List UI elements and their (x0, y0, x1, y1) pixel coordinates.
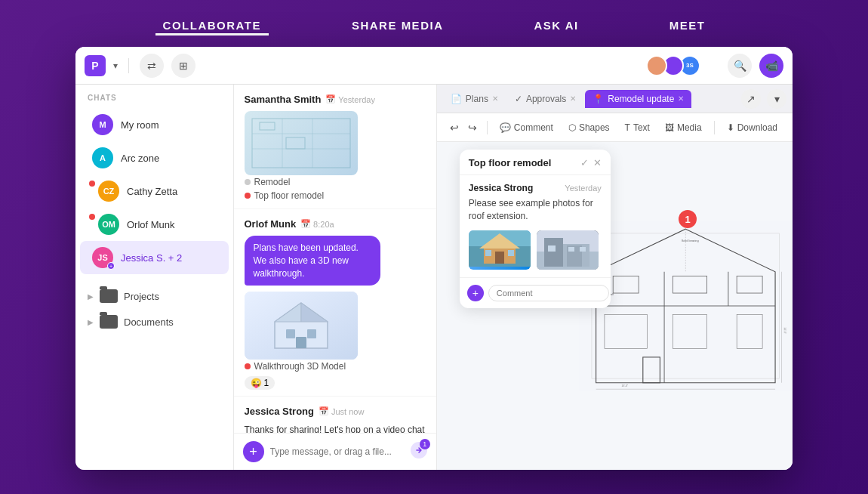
switch-icon[interactable]: ⇄ (140, 54, 164, 78)
chat-messages-list: Samantha Smith 📅 Yesterday (234, 85, 436, 433)
whiteboard-canvas[interactable]: 8" Con. Block wall Solid bearing 16'-0" … (437, 142, 793, 470)
online-dot-cathy (89, 181, 95, 187)
chat-message-orlof: Orlof Munk 📅 8:20a Plans have been updat… (234, 209, 436, 397)
tab-plans[interactable]: 📄 Plans ✕ (443, 90, 506, 108)
avatar-orlof: OM (98, 214, 119, 235)
tab-remodel-update[interactable]: 📍 Remodel update ✕ (585, 90, 691, 108)
video-call-button[interactable]: 📹 (759, 54, 783, 78)
svg-rect-6 (286, 137, 305, 149)
sidebar-item-documents[interactable]: ▶ Documents (75, 309, 233, 335)
calendar-icon: 📅 (325, 94, 336, 104)
tab-remodel-close[interactable]: ✕ (678, 94, 684, 103)
more-options-button[interactable]: ▾ (767, 89, 786, 109)
label-walkthrough: Walkthrough 3D Model (245, 360, 426, 373)
nav-collaborate[interactable]: COLLABORATE (155, 15, 269, 36)
sidebar: CHATS M My room A Arc zone CZ Cathy Zett… (75, 85, 234, 470)
online-dot-orlof (89, 214, 95, 220)
redo-button[interactable]: ↪ (464, 119, 481, 136)
chat-input-field[interactable] (270, 446, 405, 457)
sidebar-label-my-room: My room (121, 119, 159, 131)
avatar-my-room: M (92, 114, 113, 135)
comment-icon: 💬 (500, 122, 511, 133)
svg-rect-42 (508, 250, 514, 256)
sidebar-label-cathy: Cathy Zetta (127, 186, 177, 197)
check-icon[interactable]: ✓ (580, 157, 589, 168)
tab-approvals-close[interactable]: ✕ (570, 94, 576, 103)
reaction-badge[interactable]: 😜 1 (245, 376, 275, 390)
svg-text:14'-0": 14'-0" (783, 327, 786, 334)
svg-rect-0 (252, 119, 350, 168)
tab-approvals-label: Approvals (526, 94, 566, 104)
svg-rect-5 (260, 122, 275, 130)
undo-redo-group: ↩ ↪ (446, 119, 481, 136)
svg-text:16'-0": 16'-0" (622, 384, 629, 387)
comment-tool-button[interactable]: 💬 Comment (494, 119, 559, 136)
orlof-bubble: Plans have been updated. We also have a … (245, 236, 380, 286)
tabs-right-actions: ↗ ▾ (741, 89, 786, 109)
popup-comment-bar: + (460, 277, 611, 308)
svg-text:Solid bearing: Solid bearing (682, 239, 699, 242)
chat-header-jessica: Jessica Strong 📅 Just now (245, 406, 426, 417)
blueprint-drawing: 8" Con. Block wall Solid bearing 16'-0" … (579, 142, 793, 470)
dot-walkthrough (245, 363, 251, 369)
popup-comment-input[interactable] (488, 285, 609, 301)
sidebar-label-documents: Documents (124, 316, 174, 328)
chat-send-button[interactable]: 1 (411, 442, 427, 462)
chevron-projects-icon: ▶ (88, 292, 94, 301)
chat-message-jessica: Jessica Strong 📅 Just now Thanks for sha… (234, 397, 436, 433)
grid-icon[interactable]: ⊞ (171, 54, 195, 78)
tab-approvals[interactable]: ✓ Approvals ✕ (507, 90, 583, 108)
dot-remodel (245, 179, 251, 185)
popup-message-header: Jessica Strong Yesterday (469, 183, 602, 193)
svg-rect-12 (307, 329, 316, 338)
chat-header-samantha: Samantha Smith 📅 Yesterday (245, 94, 426, 105)
add-attachment-button[interactable]: + (243, 441, 264, 462)
divider (128, 58, 129, 73)
popup-sender-name: Jessica Strong (469, 183, 533, 193)
shapes-tool-button[interactable]: ⬡ Shapes (562, 119, 616, 136)
sidebar-label-arc-zone: Arc zone (121, 153, 159, 164)
download-button[interactable]: ⬇ Download (721, 119, 783, 136)
tab-plans-icon: 📄 (451, 94, 462, 104)
tab-approvals-icon: ✓ (515, 94, 522, 104)
popup-house-image-1 (469, 230, 531, 270)
svg-rect-48 (548, 245, 556, 252)
popup-add-button[interactable]: + (467, 285, 484, 301)
tab-plans-close[interactable]: ✕ (492, 94, 498, 103)
chevron-down-icon[interactable]: ▾ (113, 60, 118, 71)
shapes-label: Shapes (579, 122, 610, 133)
undo-button[interactable]: ↩ (446, 119, 463, 136)
calendar-icon-2: 📅 (300, 219, 311, 229)
popup-message-time: Yesterday (565, 184, 602, 193)
dot-top-floor (245, 193, 251, 199)
close-popup-icon[interactable]: ✕ (593, 157, 602, 168)
app-header: P ▾ ⇄ ⊞ 3S 🔍 📹 (75, 47, 793, 85)
sidebar-item-arc-zone[interactable]: A Arc zone (80, 141, 229, 174)
toolbar-divider-1 (487, 121, 488, 134)
svg-rect-41 (485, 250, 491, 256)
popup-image-gallery (469, 230, 602, 270)
svg-rect-40 (495, 252, 504, 264)
nav-share-media[interactable]: SHARE MEDIA (344, 15, 451, 36)
share-tab-button[interactable]: ↗ (741, 89, 761, 109)
media-label: Media (677, 122, 702, 133)
nav-meet[interactable]: MEET (662, 15, 713, 36)
sidebar-item-orlof[interactable]: OM Orlof Munk (80, 208, 229, 241)
media-tool-button[interactable]: 🖼 Media (659, 119, 708, 136)
sidebar-item-projects[interactable]: ▶ Projects (75, 283, 233, 309)
search-button[interactable]: 🔍 (728, 54, 752, 78)
sidebar-item-my-room[interactable]: M My room (80, 108, 229, 141)
folder-documents-icon (100, 315, 118, 329)
popup-header-actions: ✓ ✕ (580, 157, 602, 168)
download-label: Download (737, 122, 777, 133)
sender-orlof: Orlof Munk (245, 218, 297, 230)
nav-ask-ai[interactable]: ASK AI (526, 15, 586, 36)
sidebar-item-jessica[interactable]: JS + Jessica S. + 2 (80, 241, 229, 274)
comment-label: Comment (514, 122, 553, 133)
text-tool-button[interactable]: T Text (619, 119, 656, 136)
chat-panel: Samantha Smith 📅 Yesterday (234, 85, 437, 470)
top-navigation: COLLABORATE SHARE MEDIA ASK AI MEET (0, 0, 868, 47)
sidebar-item-cathy[interactable]: CZ Cathy Zetta (80, 174, 229, 208)
active-users-avatars: 3S (651, 55, 700, 76)
time-jessica: 📅 Just now (319, 406, 364, 416)
